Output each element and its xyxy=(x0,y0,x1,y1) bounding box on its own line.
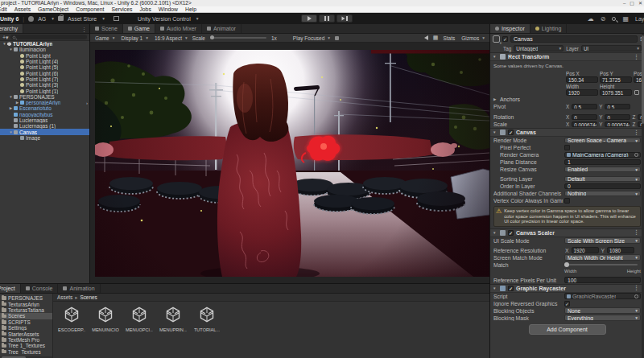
cloud-icon[interactable]: ☁ xyxy=(588,15,594,23)
foldout-icon[interactable]: ▼ xyxy=(8,130,14,134)
hierarchy-item-point-light[interactable]: Point Light xyxy=(0,53,89,59)
search-icon[interactable] xyxy=(612,17,616,21)
menu-edit[interactable]: Edit xyxy=(0,6,7,13)
mute-audio-icon[interactable] xyxy=(424,35,428,40)
display-dropdown[interactable]: Display 1▾ xyxy=(119,35,150,41)
hierarchy-more-menu-icon[interactable]: ⋮ xyxy=(81,27,89,33)
play-button[interactable] xyxy=(301,14,317,23)
pivot-x-field[interactable]: 0.5 xyxy=(572,104,597,110)
width-field[interactable]: 1920 xyxy=(566,89,598,96)
folder-personajes[interactable]: PERSONAJES xyxy=(0,295,52,301)
name-field[interactable]: Canvas xyxy=(510,35,638,43)
scale-slider[interactable] xyxy=(210,37,266,39)
hierarchy-item-canvas[interactable]: ▼Canvas xyxy=(0,129,89,134)
menu-window[interactable]: Window xyxy=(159,6,178,13)
hierarchy-item-luciernagas[interactable]: Luciernagas xyxy=(0,117,89,123)
text-field[interactable]: 1 xyxy=(564,159,641,166)
dropdown[interactable]: None▾ xyxy=(564,307,641,314)
rect-transform-header[interactable]: ▼ Rect Transform ⋮ xyxy=(490,52,644,61)
hierarchy-item-luciernagas-1-[interactable]: Luciernagas (1) xyxy=(0,123,89,129)
menu-gameobject[interactable]: GameObject xyxy=(38,6,68,13)
menu-component[interactable]: Component xyxy=(76,6,104,13)
foldout-icon[interactable]: ▼ xyxy=(2,42,7,46)
tab-hierarchy[interactable]: Hierarchy xyxy=(0,24,23,33)
match-slider[interactable] xyxy=(564,264,638,265)
undo-history-icon[interactable]: ⊘ xyxy=(601,15,606,23)
folder-starterassets[interactable]: StarterAssets xyxy=(0,331,52,336)
component-menu-icon[interactable]: ⋮ xyxy=(634,130,642,136)
foldout-icon[interactable]: ▼ xyxy=(8,95,14,99)
tab-inspector[interactable]: Inspector xyxy=(490,24,530,33)
hierarchy-item-point-light-1-[interactable]: Point Light (1) xyxy=(0,88,89,93)
record-icon[interactable] xyxy=(335,36,339,40)
layers-dropdown[interactable]: Layers xyxy=(635,16,644,22)
foldout-icon[interactable]: ▶ xyxy=(8,106,14,110)
object-field[interactable]: MainCamera (Camera) xyxy=(564,152,641,158)
hierarchy-item-point-light-3-[interactable]: Point Light (3) xyxy=(0,82,89,88)
tab-scene[interactable]: Scene xyxy=(90,24,123,33)
hierarchy-item-point-light-4-[interactable]: Point Light (4) xyxy=(0,59,89,64)
text-field[interactable]: 100 xyxy=(564,277,641,283)
scene-asset-1[interactable]: ESCOGERP... xyxy=(58,306,85,332)
scene-asset-4[interactable]: MENUPRIN... xyxy=(159,306,187,332)
hierarchy-item-iluminacion[interactable]: ▼Iluminacion xyxy=(0,47,89,52)
version-control-dropdown[interactable]: Unity Version Control xyxy=(138,16,191,22)
tab-animator[interactable]: Animator xyxy=(202,24,242,33)
component-menu-icon[interactable]: ⋮ xyxy=(634,285,642,291)
pos-y-field[interactable]: 71.3725 xyxy=(600,76,632,83)
scale-x-field[interactable]: 0.00067442 xyxy=(572,121,597,128)
dropdown[interactable]: Match Width Or Height▾ xyxy=(564,254,641,261)
foldout-icon[interactable]: ▼ xyxy=(493,130,497,134)
scale-slider-knob[interactable] xyxy=(210,35,214,39)
menu-services[interactable]: Services xyxy=(111,6,132,13)
tag-dropdown[interactable]: Untagged ▾ xyxy=(514,45,564,51)
folder-texturasarlyn[interactable]: TexturasArlyn xyxy=(0,301,52,307)
hierarchy-item-escenariotuto[interactable]: ▶Escenariotuto xyxy=(0,105,89,111)
menu-jobs[interactable]: Jobs xyxy=(139,6,151,13)
play-focused-dropdown[interactable]: Play Focused▾ xyxy=(291,35,332,41)
gizmos-dropdown[interactable]: Gizmos▾ xyxy=(460,35,486,41)
rotation-y-field[interactable]: 0 xyxy=(605,114,630,121)
object-picker-icon[interactable] xyxy=(634,294,638,298)
menu-assets[interactable]: Assets xyxy=(14,6,31,13)
asset-store-dropdown[interactable]: Asset Store xyxy=(68,16,97,22)
maximize-button[interactable]: ▢ xyxy=(630,0,634,6)
folder-textmesh-pro[interactable]: TextMesh Pro xyxy=(0,337,52,343)
foldout-icon[interactable]: ▼ xyxy=(493,286,497,290)
tab-lighting[interactable]: Lighting xyxy=(530,24,568,33)
hierarchy-item-nagoyacitybus[interactable]: nagoyacitybus xyxy=(0,112,89,117)
add-gameobject-button[interactable]: +▾ xyxy=(2,35,9,40)
aspect-dropdown[interactable]: 16:9 Aspect▾ xyxy=(153,35,189,41)
dropdown[interactable]: Enabled▾ xyxy=(564,167,641,173)
add-component-button[interactable]: Add Component xyxy=(529,324,606,335)
checkbox[interactable] xyxy=(564,145,570,150)
rotation-x-field[interactable]: 0 xyxy=(572,114,597,121)
layers-grid-icon[interactable]: ▦ xyxy=(622,15,629,23)
foldout-icon[interactable]: ▼ xyxy=(493,55,497,59)
enabled-checkbox[interactable]: ✓ xyxy=(508,230,514,236)
prefab-open-arrow[interactable]: › xyxy=(86,101,89,105)
hierarchy-item-tutorialarlyn[interactable]: ▼TUTORIALArlyn xyxy=(0,41,89,47)
foldout-icon[interactable]: ▶ xyxy=(493,97,498,101)
component-menu-icon[interactable]: ⋮ xyxy=(634,229,642,236)
tab-animation[interactable]: Animation xyxy=(58,284,100,293)
graphic-raycaster-header[interactable]: ▼ ✓ Graphic Raycaster ⋮ xyxy=(490,284,644,293)
hierarchy-search-input[interactable] xyxy=(10,35,87,39)
pivot-y-field[interactable]: 0.5 xyxy=(605,104,630,110)
foldout-icon[interactable]: ▶ xyxy=(14,101,20,105)
pause-button[interactable] xyxy=(319,14,335,23)
dropdown[interactable]: Default▾ xyxy=(564,176,641,183)
close-button[interactable]: ✕ xyxy=(638,0,642,6)
hierarchy-item-personajearlyn[interactable]: ▶personajeArlyn› xyxy=(0,100,89,105)
height-field[interactable]: 1079.351 xyxy=(600,89,632,96)
dropdown[interactable]: Screen Space - Camera▾ xyxy=(564,138,641,144)
component-menu-icon[interactable]: ⋮ xyxy=(634,54,642,60)
foldout-icon[interactable]: ▼ xyxy=(8,47,14,51)
object-field[interactable]: GraphicRaycaster xyxy=(564,293,641,299)
window-layout-icon[interactable] xyxy=(114,16,119,21)
checkbox[interactable] xyxy=(564,198,570,204)
hierarchy-item-image[interactable]: Image xyxy=(0,135,89,141)
tab-project[interactable]: Project xyxy=(0,284,21,293)
stats-button[interactable]: Stats xyxy=(443,35,455,41)
tab-console[interactable]: Console xyxy=(21,284,59,293)
